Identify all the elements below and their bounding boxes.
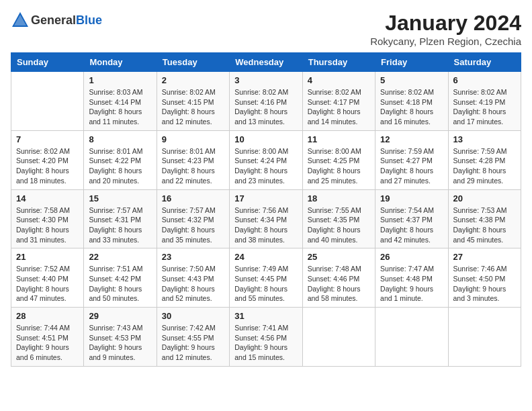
- day-info: Sunrise: 8:01 AMSunset: 4:22 PMDaylight:…: [89, 146, 151, 186]
- header: GeneralBlue January 2024 Rokycany, Plzen…: [11, 11, 521, 47]
- weekday-header: Monday: [84, 53, 157, 72]
- calendar-week-row: 7Sunrise: 8:02 AMSunset: 4:20 PMDaylight…: [11, 130, 521, 189]
- day-number: 5: [380, 75, 443, 85]
- logo-icon: [11, 11, 30, 30]
- day-info: Sunrise: 7:51 AMSunset: 4:42 PMDaylight:…: [89, 264, 151, 304]
- day-info: Sunrise: 8:02 AMSunset: 4:19 PMDaylight:…: [453, 87, 516, 127]
- day-number: 6: [453, 75, 516, 85]
- day-info: Sunrise: 7:58 AMSunset: 4:30 PMDaylight:…: [16, 205, 79, 245]
- calendar-cell: 21Sunrise: 7:52 AMSunset: 4:40 PMDayligh…: [11, 248, 84, 308]
- day-info: Sunrise: 8:01 AMSunset: 4:23 PMDaylight:…: [162, 146, 224, 186]
- subtitle: Rokycany, Plzen Region, Czechia: [370, 36, 521, 47]
- day-info: Sunrise: 7:52 AMSunset: 4:40 PMDaylight:…: [16, 264, 79, 304]
- weekday-header: Sunday: [11, 53, 84, 72]
- weekday-header: Wednesday: [230, 53, 302, 72]
- calendar-week-row: 1Sunrise: 8:03 AMSunset: 4:14 PMDaylight…: [11, 72, 521, 131]
- day-number: 25: [308, 252, 370, 262]
- day-number: 10: [234, 134, 297, 144]
- day-number: 31: [234, 311, 297, 321]
- calendar-cell: [11, 72, 84, 131]
- day-info: Sunrise: 7:59 AMSunset: 4:27 PMDaylight:…: [380, 146, 443, 186]
- calendar-cell: 5Sunrise: 8:02 AMSunset: 4:18 PMDaylight…: [375, 72, 448, 131]
- calendar-cell: 3Sunrise: 8:02 AMSunset: 4:16 PMDaylight…: [230, 72, 302, 131]
- day-info: Sunrise: 7:48 AMSunset: 4:46 PMDaylight:…: [308, 264, 370, 304]
- calendar-cell: 14Sunrise: 7:58 AMSunset: 4:30 PMDayligh…: [11, 189, 84, 248]
- calendar-week-row: 28Sunrise: 7:44 AMSunset: 4:51 PMDayligh…: [11, 308, 521, 367]
- logo-text: GeneralBlue: [31, 13, 102, 28]
- day-info: Sunrise: 7:43 AMSunset: 4:53 PMDaylight:…: [89, 323, 151, 363]
- day-number: 17: [234, 193, 297, 203]
- day-number: 18: [308, 193, 370, 203]
- day-info: Sunrise: 7:56 AMSunset: 4:34 PMDaylight:…: [234, 205, 297, 245]
- calendar-week-row: 14Sunrise: 7:58 AMSunset: 4:30 PMDayligh…: [11, 189, 521, 248]
- calendar-cell: 19Sunrise: 7:54 AMSunset: 4:37 PMDayligh…: [375, 189, 448, 248]
- calendar-cell: 31Sunrise: 7:41 AMSunset: 4:56 PMDayligh…: [230, 308, 302, 367]
- calendar-cell: 6Sunrise: 8:02 AMSunset: 4:19 PMDaylight…: [448, 72, 521, 131]
- calendar-cell: 26Sunrise: 7:47 AMSunset: 4:48 PMDayligh…: [375, 248, 448, 308]
- day-info: Sunrise: 8:00 AMSunset: 4:24 PMDaylight:…: [234, 146, 297, 186]
- day-number: 4: [308, 75, 370, 85]
- day-info: Sunrise: 7:54 AMSunset: 4:37 PMDaylight:…: [380, 205, 443, 245]
- weekday-header: Friday: [375, 53, 448, 72]
- day-info: Sunrise: 8:02 AMSunset: 4:16 PMDaylight:…: [234, 87, 297, 127]
- title-area: January 2024 Rokycany, Plzen Region, Cze…: [370, 11, 521, 47]
- day-number: 9: [162, 134, 224, 144]
- day-number: 28: [16, 311, 79, 321]
- day-number: 22: [89, 252, 151, 262]
- day-number: 30: [162, 311, 224, 321]
- day-number: 12: [380, 134, 443, 144]
- day-info: Sunrise: 8:02 AMSunset: 4:18 PMDaylight:…: [380, 87, 443, 127]
- calendar-body: 1Sunrise: 8:03 AMSunset: 4:14 PMDaylight…: [11, 72, 521, 367]
- day-number: 13: [453, 134, 516, 144]
- calendar-cell: 28Sunrise: 7:44 AMSunset: 4:51 PMDayligh…: [11, 308, 84, 367]
- day-info: Sunrise: 8:02 AMSunset: 4:17 PMDaylight:…: [308, 87, 370, 127]
- day-number: 16: [162, 193, 224, 203]
- weekday-header: Thursday: [302, 53, 375, 72]
- calendar-cell: 30Sunrise: 7:42 AMSunset: 4:55 PMDayligh…: [157, 308, 229, 367]
- calendar-cell: 11Sunrise: 8:00 AMSunset: 4:25 PMDayligh…: [302, 130, 375, 189]
- day-info: Sunrise: 7:50 AMSunset: 4:43 PMDaylight:…: [162, 264, 224, 304]
- day-info: Sunrise: 7:55 AMSunset: 4:35 PMDaylight:…: [308, 205, 370, 245]
- day-info: Sunrise: 7:41 AMSunset: 4:56 PMDaylight:…: [234, 323, 297, 363]
- day-number: 29: [89, 311, 151, 321]
- day-info: Sunrise: 8:02 AMSunset: 4:15 PMDaylight:…: [162, 87, 224, 127]
- calendar-cell: 23Sunrise: 7:50 AMSunset: 4:43 PMDayligh…: [157, 248, 229, 308]
- day-info: Sunrise: 8:03 AMSunset: 4:14 PMDaylight:…: [89, 87, 151, 127]
- logo: GeneralBlue: [11, 11, 102, 30]
- day-info: Sunrise: 8:02 AMSunset: 4:20 PMDaylight:…: [16, 146, 79, 186]
- calendar-cell: 27Sunrise: 7:46 AMSunset: 4:50 PMDayligh…: [448, 248, 521, 308]
- day-number: 7: [16, 134, 79, 144]
- calendar-week-row: 21Sunrise: 7:52 AMSunset: 4:40 PMDayligh…: [11, 248, 521, 308]
- day-info: Sunrise: 7:47 AMSunset: 4:48 PMDaylight:…: [380, 264, 443, 304]
- weekday-header: Saturday: [448, 53, 521, 72]
- calendar-cell: 20Sunrise: 7:53 AMSunset: 4:38 PMDayligh…: [448, 189, 521, 248]
- calendar-cell: 17Sunrise: 7:56 AMSunset: 4:34 PMDayligh…: [230, 189, 302, 248]
- header-row: SundayMondayTuesdayWednesdayThursdayFrid…: [11, 53, 521, 72]
- day-info: Sunrise: 8:00 AMSunset: 4:25 PMDaylight:…: [308, 146, 370, 186]
- day-info: Sunrise: 7:57 AMSunset: 4:31 PMDaylight:…: [89, 205, 151, 245]
- weekday-header: Tuesday: [157, 53, 229, 72]
- day-number: 8: [89, 134, 151, 144]
- calendar-cell: 8Sunrise: 8:01 AMSunset: 4:22 PMDaylight…: [84, 130, 157, 189]
- day-number: 24: [234, 252, 297, 262]
- calendar-cell: 2Sunrise: 8:02 AMSunset: 4:15 PMDaylight…: [157, 72, 229, 131]
- day-number: 27: [453, 252, 516, 262]
- day-number: 19: [380, 193, 443, 203]
- calendar-cell: 1Sunrise: 8:03 AMSunset: 4:14 PMDaylight…: [84, 72, 157, 131]
- day-info: Sunrise: 7:59 AMSunset: 4:28 PMDaylight:…: [453, 146, 516, 186]
- day-info: Sunrise: 7:49 AMSunset: 4:45 PMDaylight:…: [234, 264, 297, 304]
- calendar-cell: 4Sunrise: 8:02 AMSunset: 4:17 PMDaylight…: [302, 72, 375, 131]
- calendar-cell: [375, 308, 448, 367]
- day-number: 23: [162, 252, 224, 262]
- day-number: 14: [16, 193, 79, 203]
- main-title: January 2024: [370, 11, 521, 36]
- calendar-cell: 24Sunrise: 7:49 AMSunset: 4:45 PMDayligh…: [230, 248, 302, 308]
- day-number: 11: [308, 134, 370, 144]
- day-number: 26: [380, 252, 443, 262]
- calendar-cell: 7Sunrise: 8:02 AMSunset: 4:20 PMDaylight…: [11, 130, 84, 189]
- day-info: Sunrise: 7:46 AMSunset: 4:50 PMDaylight:…: [453, 264, 516, 304]
- calendar-cell: 13Sunrise: 7:59 AMSunset: 4:28 PMDayligh…: [448, 130, 521, 189]
- calendar-cell: [448, 308, 521, 367]
- day-number: 15: [89, 193, 151, 203]
- day-info: Sunrise: 7:57 AMSunset: 4:32 PMDaylight:…: [162, 205, 224, 245]
